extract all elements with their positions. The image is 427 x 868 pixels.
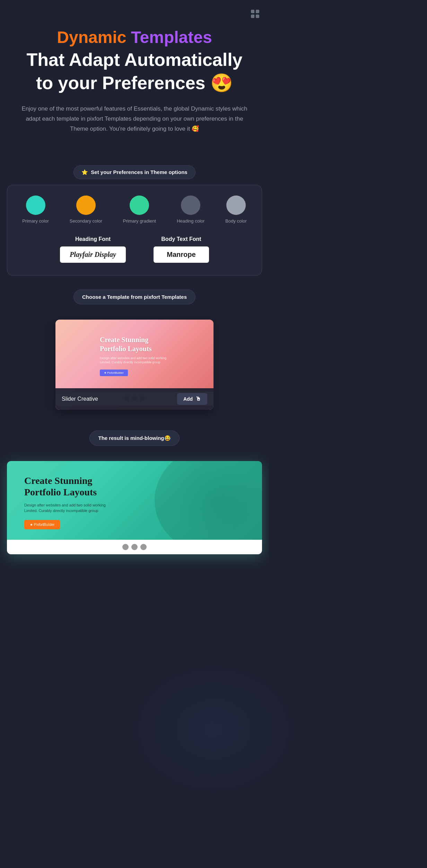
heading-font-group: Heading Font Playfair Display — [60, 236, 126, 263]
gradient-color-label: Primary gradient — [123, 218, 156, 224]
result-preview-subtitle: Design after websites and add two solid … — [24, 502, 114, 514]
template-card-left — [0, 320, 55, 410]
template-preview-cta: ★ PixfortBuilder — [100, 370, 128, 376]
color-swatches: Primary color Secondary color Primary gr… — [20, 196, 249, 224]
template-card-name: Slider Creative — [62, 396, 98, 402]
template-preview-subtitle: Design after websites and add two solid … — [100, 356, 169, 365]
font-section: Heading Font Playfair Display Body Text … — [20, 236, 249, 263]
hero-title-line3: to your Preferences 😍 — [14, 72, 255, 94]
preferences-panel: Primary color Secondary color Primary gr… — [7, 185, 262, 276]
result-preview-dots — [122, 544, 147, 550]
svg-rect-1 — [256, 10, 259, 13]
cursor-icon: 🖱 — [195, 396, 201, 402]
color-item-gradient: Primary gradient — [123, 196, 156, 224]
template-preview-title: Create StunningPortfolio Layouts — [100, 335, 169, 353]
body-font-label: Body Text Font — [161, 236, 201, 242]
body-color-label: Body color — [225, 218, 246, 224]
template-chooser-label-text: Choose a Template from pixfort Templates — [82, 294, 187, 300]
body-font-group: Body Text Font Manrope — [154, 236, 209, 263]
add-template-button[interactable]: Add 🖱 — [177, 393, 207, 405]
heading-font-value[interactable]: Playfair Display — [60, 246, 126, 263]
result-preview-title: Create StunningPortfolio Layouts — [24, 475, 114, 498]
body-color-swatch[interactable] — [226, 196, 246, 215]
dynamic-text: Dynamic — [57, 28, 131, 46]
color-item-secondary: Secondary color — [70, 196, 102, 224]
preferences-label: ⭐ Set your Preferences in Theme options — [73, 165, 195, 179]
page-bg-glow — [127, 660, 269, 799]
result-card-inner: Create StunningPortfolio Layouts Design … — [7, 461, 262, 540]
mind-blowing-section: The result is mind-blowing 😂 — [0, 431, 269, 461]
color-item-primary: Primary color — [22, 196, 49, 224]
templates-text: Templates — [131, 28, 212, 46]
template-card-preview: Create StunningPortfolio Layouts Design … — [55, 320, 214, 392]
template-card-footer: Slider Creative Add 🖱 — [55, 388, 214, 410]
mind-blowing-label: The result is mind-blowing 😂 — [89, 431, 179, 446]
preferences-label-wrapper: ⭐ Set your Preferences in Theme options — [0, 165, 269, 185]
primary-color-swatch[interactable] — [26, 196, 45, 215]
hero-title-line1: Dynamic Templates — [14, 28, 255, 47]
gradient-color-swatch[interactable] — [130, 196, 149, 215]
svg-rect-3 — [256, 15, 259, 18]
hero-title-line2: That Adapt Automatically — [14, 49, 255, 70]
mind-blowing-text: The result is mind-blowing — [98, 435, 164, 441]
template-chooser-section: Choose a Template from pixfort Templates — [0, 289, 269, 320]
result-dot-2 — [131, 544, 138, 550]
color-item-heading: Heading color — [177, 196, 204, 224]
preferences-label-text: Set your Preferences in Theme options — [91, 169, 187, 175]
secondary-color-label: Secondary color — [70, 218, 102, 224]
heading-font-label: Heading Font — [75, 236, 111, 242]
heading-color-label: Heading color — [177, 218, 204, 224]
template-preview-content: Create StunningPortfolio Layouts Design … — [93, 328, 176, 383]
heading-color-swatch[interactable] — [181, 196, 200, 215]
logo-icon — [250, 8, 261, 19]
hero-title-line3-text: to your Preferences — [36, 73, 205, 93]
logo — [250, 8, 261, 19]
result-preview-btn: ★ PixfortBuilder — [24, 520, 60, 529]
result-dot-1 — [122, 544, 129, 550]
template-chooser-label: Choose a Template from pixfort Templates — [73, 289, 195, 304]
template-card-center: Create StunningPortfolio Layouts Design … — [55, 320, 214, 410]
hero-title-emoji: 😍 — [210, 73, 233, 93]
svg-rect-2 — [251, 15, 254, 18]
hero-section: Dynamic Templates That Adapt Automatical… — [0, 0, 269, 165]
mind-blowing-emoji-char: 😂 — [164, 435, 171, 441]
template-card-right — [214, 320, 269, 410]
body-font-value[interactable]: Manrope — [154, 246, 209, 263]
template-cards-row: Create StunningPortfolio Layouts Design … — [0, 320, 269, 410]
result-card: Create StunningPortfolio Layouts Design … — [7, 461, 262, 554]
result-card-white-strip — [7, 540, 262, 554]
primary-color-label: Primary color — [22, 218, 49, 224]
secondary-color-swatch[interactable] — [76, 196, 96, 215]
preferences-label-icon: ⭐ — [81, 169, 88, 175]
svg-rect-0 — [251, 10, 254, 13]
result-dot-3 — [140, 544, 147, 550]
hero-description: Enjoy one of the most powerful features … — [20, 104, 249, 134]
color-item-body: Body color — [225, 196, 246, 224]
